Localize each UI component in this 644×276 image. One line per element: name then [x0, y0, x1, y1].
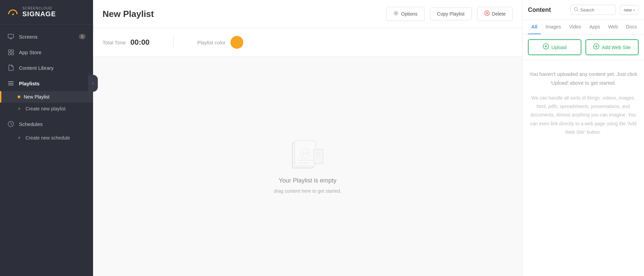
screens-badge: 0	[79, 34, 86, 39]
create-playlist-label: Create new playlist	[25, 106, 65, 111]
monitor-icon	[7, 33, 14, 40]
copy-label: Copy Playlist	[437, 11, 465, 17]
tab-web-label: Web	[608, 24, 618, 29]
upload-icon	[543, 43, 549, 51]
search-input[interactable]	[580, 7, 612, 13]
tab-images[interactable]: Images	[542, 20, 564, 34]
svg-rect-5	[8, 53, 10, 55]
total-time-group: Total Time 00:00	[103, 38, 150, 47]
upload-button[interactable]: Upload	[528, 39, 581, 55]
empty-subtitle-text: drag content here to get started.	[274, 188, 341, 194]
svg-point-13	[395, 12, 397, 14]
content-tabs: All Images Video Apps Web Docs	[523, 20, 644, 35]
svg-point-28	[574, 7, 577, 10]
sidebar-item-create-playlist[interactable]: + Create new playlist	[0, 103, 93, 115]
logo-screencloud: ScreenCloud	[22, 6, 56, 10]
svg-rect-3	[8, 50, 10, 52]
svg-line-29	[577, 10, 578, 11]
tab-all-label: All	[531, 24, 537, 29]
svg-rect-0	[8, 34, 14, 38]
delete-icon	[484, 10, 490, 17]
svg-point-27	[307, 152, 308, 153]
new-label: new	[624, 7, 632, 13]
empty-title: Your Playlist is empty	[279, 177, 336, 184]
svg-rect-4	[12, 50, 14, 52]
tab-video-label: Video	[569, 24, 581, 29]
svg-point-26	[303, 152, 304, 153]
total-time-label: Total Time	[103, 40, 126, 45]
sidebar-item-appstore[interactable]: App Store	[0, 44, 93, 60]
empty-subtitle: drag content here to get started.	[274, 188, 341, 194]
sidebar-item-schedules[interactable]: Schedules	[0, 116, 93, 132]
empty-playlist-icon	[287, 139, 328, 173]
gear-icon	[393, 10, 399, 17]
schedules-submenu: + Create new schedule	[0, 132, 93, 145]
new-dropdown[interactable]: new ▾	[620, 5, 639, 15]
playlist-color-label: Playlist color	[197, 40, 226, 45]
playlist-meta: Total Time 00:00 Playlist color	[93, 28, 522, 57]
tab-docs[interactable]: Docs	[623, 20, 640, 34]
sidebar-item-contentlibrary[interactable]: Content Library	[0, 60, 93, 76]
sidebar-item-playlists[interactable]: Playlists ‹	[0, 76, 93, 91]
tab-apps[interactable]: Apps	[586, 20, 603, 34]
search-icon	[574, 7, 578, 13]
meta-divider	[173, 36, 174, 49]
tab-apps-label: Apps	[589, 24, 600, 29]
content-description: We can handle all sorts of things: video…	[529, 94, 637, 136]
content-actions: Upload Add Web Site	[523, 35, 644, 60]
logo: ScreenCloud SIGNAGE	[0, 0, 93, 25]
playlist-color-group: Playlist color	[197, 36, 243, 49]
tab-all[interactable]: All	[528, 20, 541, 34]
content-empty-message: You haven't uploaded any content yet. Ju…	[529, 70, 637, 87]
logo-signage: SIGNAGE	[22, 10, 56, 18]
copy-playlist-button[interactable]: Copy Playlist	[430, 7, 472, 20]
sidebar-item-create-schedule[interactable]: + Create new schedule	[0, 132, 93, 144]
chevron-down-icon: ▾	[633, 8, 635, 12]
svg-line-12	[11, 124, 12, 125]
sidebar-nav: Screens 0 App Store Content Library Play…	[0, 25, 93, 276]
search-box[interactable]	[570, 5, 616, 15]
add-website-icon	[593, 43, 599, 51]
sidebar-collapse-arrow[interactable]: ‹	[88, 75, 98, 92]
options-button[interactable]: Options	[386, 7, 424, 21]
logo-icon	[7, 6, 19, 18]
tab-images-label: Images	[546, 24, 561, 29]
new-playlist-label: New Playlist	[24, 94, 49, 100]
main-content: New Playlist Options Copy Playlist Delet…	[93, 0, 522, 276]
list-icon	[7, 80, 14, 87]
delete-button[interactable]: Delete	[477, 7, 513, 21]
plus-icon: +	[18, 106, 21, 112]
tab-video[interactable]: Video	[566, 20, 585, 34]
sidebar-item-screens[interactable]: Screens 0	[0, 29, 93, 44]
add-website-label: Add Web Site	[602, 45, 631, 50]
sidebar-appstore-label: App Store	[19, 49, 42, 55]
grid-icon	[7, 49, 14, 56]
sidebar-playlists-label: Playlists	[19, 81, 40, 86]
playlist-color-dot[interactable]	[230, 36, 243, 49]
tab-web[interactable]: Web	[605, 20, 621, 34]
sidebar-screens-label: Screens	[19, 34, 38, 40]
sidebar-item-new-playlist[interactable]: New Playlist	[0, 91, 93, 103]
options-label: Options	[401, 11, 417, 17]
content-title: Content	[528, 6, 566, 14]
main-header: New Playlist Options Copy Playlist Delet…	[93, 0, 522, 28]
page-title: New Playlist	[103, 9, 381, 19]
delete-label: Delete	[492, 11, 506, 17]
sidebar-schedules-label: Schedules	[19, 121, 43, 127]
content-empty-body: You haven't uploaded any content yet. Ju…	[523, 60, 644, 276]
active-dot	[18, 95, 20, 98]
svg-rect-6	[12, 53, 14, 55]
tab-docs-label: Docs	[626, 24, 637, 29]
add-website-button[interactable]: Add Web Site	[585, 39, 639, 55]
svg-rect-22	[314, 149, 323, 164]
sidebar: ScreenCloud SIGNAGE Screens 0 App Store …	[0, 0, 93, 276]
right-panel: Content new ▾ All Images Video Apps Web	[522, 0, 644, 276]
file-icon	[7, 64, 14, 71]
sidebar-contentlibrary-label: Content Library	[19, 65, 54, 71]
svg-rect-18	[295, 141, 316, 166]
playlists-submenu: New Playlist + Create new playlist	[0, 91, 93, 116]
upload-label: Upload	[552, 45, 567, 50]
right-panel-header: Content new ▾	[523, 0, 644, 20]
clock-icon	[7, 121, 14, 127]
total-time-value: 00:00	[130, 38, 149, 47]
